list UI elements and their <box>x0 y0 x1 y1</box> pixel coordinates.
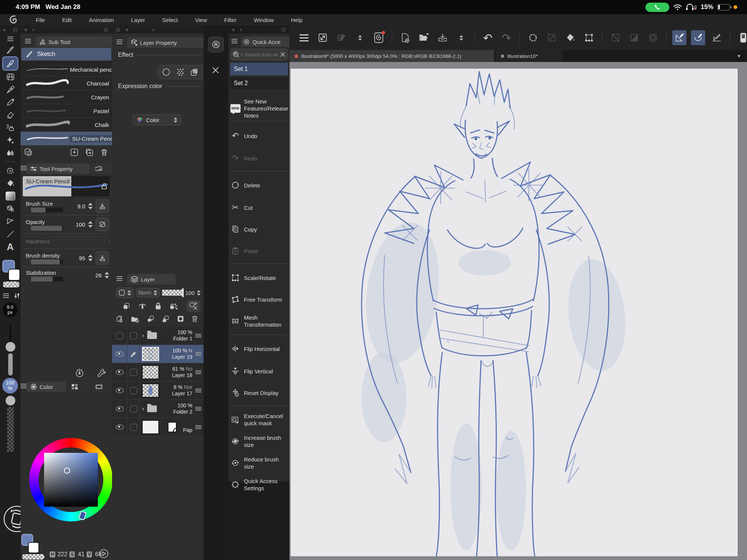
qa-item-delete[interactable]: Delete <box>230 177 288 193</box>
delete-subtool-icon[interactable] <box>100 148 108 156</box>
qa-item-flip-horizontal[interactable]: Flip Horizontal <box>230 340 288 357</box>
brush-size-slider-knob[interactable] <box>6 342 15 352</box>
select-checkbox[interactable] <box>130 369 137 376</box>
qa-item-free-transform[interactable]: Free Transform <box>230 291 288 308</box>
qa-item-quick-mask[interactable]: Execute/Cancel quick mask <box>230 411 288 428</box>
secondary-color-swatch[interactable] <box>8 269 20 281</box>
unlock-icon[interactable] <box>101 183 108 190</box>
density-stepper[interactable] <box>88 255 93 261</box>
layerprop-tab[interactable]: Layer Property <box>127 37 204 48</box>
qa-search-bar[interactable]: ▾ <box>230 49 288 60</box>
sv-square[interactable] <box>44 453 98 507</box>
transparent-color-mini[interactable] <box>21 553 45 560</box>
new-layer-icon[interactable] <box>116 314 123 323</box>
border-effect-icon[interactable] <box>162 68 171 77</box>
expand-chevron-icon[interactable]: › <box>142 405 144 413</box>
subtool-tab[interactable]: Sub Tool <box>35 37 112 47</box>
qa-panel-menu-icon[interactable] <box>232 41 238 41</box>
visibility-eye-icon[interactable] <box>116 351 124 357</box>
brush-size-minislider[interactable] <box>31 208 63 212</box>
layer-drag-handle[interactable] <box>195 354 201 354</box>
qa-item-reduce-brush[interactable]: Reduce brush size <box>230 455 288 471</box>
qa-item-paste[interactable]: Paste <box>230 243 288 259</box>
menu-filter[interactable]: Filter <box>224 17 236 23</box>
tool-eraser[interactable] <box>0 109 21 121</box>
tool-decoration[interactable] <box>0 96 21 109</box>
clip-studio-logo-icon[interactable] <box>9 15 19 25</box>
pen-pressure-button[interactable] <box>334 30 348 45</box>
canvas-paper[interactable] <box>291 69 738 556</box>
hardness-segments[interactable] <box>50 236 105 246</box>
companion-mode-button[interactable] <box>736 30 747 45</box>
qa-item-mesh-transform[interactable]: Mesh Transformation <box>230 313 288 329</box>
main-menu-button[interactable] <box>297 30 311 45</box>
brush-charcoal[interactable]: Charcoal <box>21 77 112 90</box>
save-button[interactable] <box>436 30 450 45</box>
qa-tab[interactable]: Quick Acce <box>241 37 290 47</box>
select-checkbox[interactable] <box>130 405 137 413</box>
toolprop-tab[interactable]: Tool Property <box>27 164 90 174</box>
density-minislider[interactable] <box>31 259 63 264</box>
layer-row-folder2[interactable]: › 100 %Folder 2 <box>112 400 204 418</box>
collapse-panel-icon[interactable]: « <box>3 27 6 32</box>
toolbar-stepper-2[interactable] <box>454 30 468 45</box>
layer-drag-handle[interactable] <box>195 427 201 427</box>
transfer-to-layer-icon[interactable] <box>147 314 154 323</box>
tool-figure[interactable] <box>0 215 21 228</box>
transform-button[interactable] <box>582 30 596 45</box>
quick-access-float-button[interactable] <box>208 37 224 52</box>
collapse-qa-icon[interactable]: « <box>232 27 235 32</box>
menu-edit[interactable]: Edit <box>62 17 72 23</box>
layer-row-paper[interactable]: Pap <box>112 418 204 436</box>
opacity-stepper[interactable] <box>88 221 93 228</box>
undo-button[interactable]: ↶ <box>481 30 495 45</box>
menu-view[interactable]: View <box>195 17 207 23</box>
color-wheel-tab[interactable]: Color <box>27 382 66 392</box>
tool-pen[interactable] <box>0 44 21 56</box>
fill-button[interactable] <box>563 30 577 45</box>
document-tab-illustration9[interactable]: Illustration9* (5000 x 4000px 300dpi 54.… <box>289 50 494 62</box>
layer-row-layer19-selected[interactable]: 100 % NLayer 19 <box>112 345 204 363</box>
menu-window[interactable]: Window <box>254 17 274 23</box>
collapse-left-icon[interactable]: « <box>24 27 27 32</box>
qa-item-increase-brush[interactable]: Increase brush size <box>230 433 288 449</box>
qa-item-copy[interactable]: Copy <box>230 221 288 237</box>
wrench-icon[interactable] <box>97 368 107 378</box>
tab-list-chevron-icon[interactable]: ▾ <box>737 53 740 59</box>
tool-text[interactable]: A <box>0 240 21 253</box>
subtool-group-sketch[interactable]: Sketch <box>21 48 111 60</box>
layer-row-layer17[interactable]: 8 % NorLayer 17 <box>112 382 204 400</box>
tool-figure-sparkle[interactable] <box>0 134 21 147</box>
stabilization-stepper[interactable] <box>105 272 109 279</box>
opacity-slider[interactable] <box>7 407 14 452</box>
qa-item-qa-settings[interactable]: Quick Access Settings <box>230 476 288 493</box>
clip-studio-home-button[interactable] <box>372 30 386 45</box>
sv-marker[interactable] <box>64 467 70 474</box>
select-checkbox[interactable] <box>130 387 137 394</box>
subtool-panel-menu-icon[interactable] <box>25 41 31 41</box>
timelapse-icon[interactable] <box>75 368 84 378</box>
select-checkbox[interactable] <box>130 424 137 431</box>
tool-pencil-selected[interactable] <box>2 56 18 71</box>
snap-to-grid-button[interactable] <box>710 30 724 45</box>
qa-item-cut[interactable]: ✂ Cut <box>230 199 288 216</box>
qa-item-undo[interactable]: ↶ Undo <box>230 128 288 144</box>
cloud-sync-tab[interactable] <box>92 164 114 174</box>
menu-file[interactable]: File <box>36 17 45 23</box>
back-qa-icon[interactable]: ‹ <box>240 27 242 32</box>
visibility-eye-icon[interactable] <box>116 406 124 411</box>
layer-drag-handle[interactable] <box>195 372 201 373</box>
layerprop-panel-menu-icon[interactable] <box>117 41 123 42</box>
brush-chalk[interactable]: Chalk <box>21 118 112 132</box>
toolbar-stepper-1[interactable] <box>353 30 367 45</box>
snap-to-ruler-button[interactable] <box>672 30 686 45</box>
tool-spray[interactable] <box>0 121 21 134</box>
search-scope-chevron-icon[interactable]: ▾ <box>241 53 243 56</box>
enable-mask-button[interactable] <box>186 300 201 312</box>
expression-color-dropdown[interactable]: Color <box>132 114 182 125</box>
secondary-color-mini[interactable] <box>28 542 39 553</box>
snap-to-special-ruler-button[interactable] <box>691 30 705 45</box>
import-subtool-icon[interactable] <box>70 148 78 156</box>
brush-pastel[interactable]: Pastel <box>21 104 112 118</box>
tone-effect-icon[interactable] <box>176 68 185 77</box>
